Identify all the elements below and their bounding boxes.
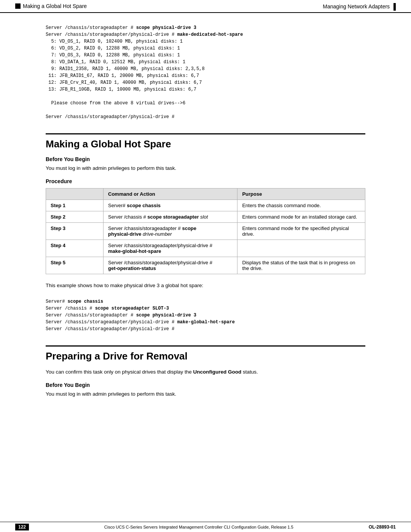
procedure-table: Command or Action Purpose Step 1 Server#… (46, 188, 365, 274)
page-header: Making a Global Hot Spare Managing Netwo… (0, 0, 411, 13)
table-col-step (46, 189, 104, 200)
step1-command: Server# scope chassis (104, 200, 237, 211)
step3-purpose: Enters command mode for the specified ph… (237, 223, 365, 240)
footer-right-text: OL-28893-01 (369, 524, 396, 530)
footer-page-number: 122 (15, 524, 29, 530)
section1-before-you-begin-label: Before You Begin (46, 156, 365, 162)
table-row: Step 3 Server /chassis/storageadapter # … (46, 223, 365, 240)
step2-purpose: Enters command mode for an installed sto… (237, 211, 365, 223)
footer-page-number-box: 122 (15, 524, 29, 530)
section2-before-you-begin-text: You must log in with admin privileges to… (46, 390, 365, 398)
top-code-line1: Server /chassis/storageadapter # scope p… (46, 25, 243, 120)
step5-purpose: Displays the status of the task that is … (237, 257, 365, 274)
example-code-block: Server# scope chassis Server /chassis # … (46, 294, 365, 336)
section2-intro-prefix: You can confirm this task only on physic… (46, 369, 193, 375)
header-right-bar (393, 3, 396, 11)
step1-label: Step 1 (46, 200, 104, 211)
step2-label: Step 2 (46, 211, 104, 223)
step4-purpose (237, 240, 365, 257)
step1-purpose: Enters the chassis command mode. (237, 200, 365, 211)
page-footer: 122 Cisco UCS C-Series Servers Integrate… (0, 522, 411, 532)
top-code-block: Server /chassis/storageadapter # scope p… (46, 21, 365, 124)
header-left-label: Making a Global Hot Spare (23, 3, 87, 9)
section1-procedure-label: Procedure (46, 178, 365, 184)
step5-label: Step 5 (46, 257, 104, 274)
section2-before-you-begin-label: Before You Begin (46, 382, 365, 388)
section1-before-you-begin-text: You must log in with admin privileges to… (46, 165, 365, 172)
section2-intro-bold: Unconfigured Good (193, 369, 241, 375)
example-intro: This example shows how to make physical … (46, 282, 365, 289)
section2-intro: You can confirm this task only on physic… (46, 368, 365, 376)
header-right-label: Managing Network Adapters (323, 3, 390, 10)
section2-intro-suffix: status. (241, 369, 258, 375)
table-col-command: Command or Action (104, 189, 237, 200)
section2-title: Preparing a Drive for Removal (46, 345, 365, 362)
table-row: Step 5 Server /chassis/storageadapter/ph… (46, 257, 365, 274)
step4-label: Step 4 (46, 240, 104, 257)
step2-command: Server /chassis # scope storageadapter s… (104, 211, 237, 223)
example-code: Server# scope chassis Server /chassis # … (46, 299, 235, 332)
footer-center-text: Cisco UCS C-Series Servers Integrated Ma… (29, 525, 369, 529)
step4-command: Server /chassis/storageadapter/physical-… (104, 240, 237, 257)
section1-title: Making a Global Hot Spare (46, 133, 365, 150)
step5-command: Server /chassis/storageadapter/physical-… (104, 257, 237, 274)
main-content: Server /chassis/storageadapter # scope p… (0, 13, 411, 425)
table-col-purpose: Purpose (237, 189, 365, 200)
table-row: Step 4 Server /chassis/storageadapter/ph… (46, 240, 365, 257)
table-row: Step 2 Server /chassis # scope storagead… (46, 211, 365, 223)
step3-label: Step 3 (46, 223, 104, 240)
table-row: Step 1 Server# scope chassis Enters the … (46, 200, 365, 211)
step3-command: Server /chassis/storageadapter # scopeph… (104, 223, 237, 240)
header-square-icon (15, 3, 21, 9)
